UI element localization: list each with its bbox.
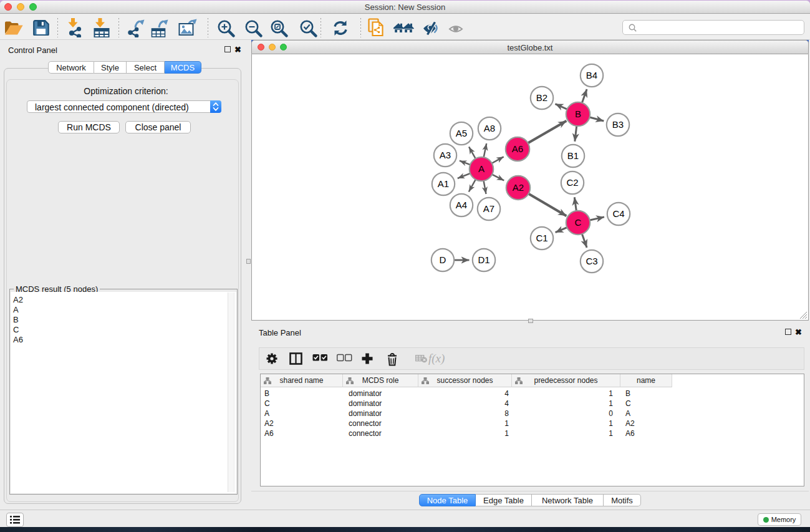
svg-text:A: A [478,163,485,174]
svg-text:B2: B2 [536,92,547,103]
svg-text:B1: B1 [567,150,579,161]
svg-text:C1: C1 [536,233,547,243]
svg-text:A3: A3 [440,150,451,160]
svg-text:B: B [575,109,581,119]
svg-text:A5: A5 [456,128,467,138]
svg-text:D1: D1 [478,254,489,265]
svg-text:C3: C3 [586,256,597,266]
svg-text:C: C [575,217,582,228]
svg-text:A1: A1 [438,178,449,189]
svg-text:A8: A8 [484,123,495,133]
svg-text:A4: A4 [456,200,467,210]
svg-text:A7: A7 [483,203,494,214]
svg-text:C4: C4 [612,208,624,219]
svg-text:A6: A6 [512,143,523,154]
svg-text:D: D [440,254,446,265]
svg-text:A2: A2 [513,182,524,193]
svg-text:B4: B4 [586,70,597,80]
svg-text:C2: C2 [566,177,578,188]
svg-text:B3: B3 [612,119,624,130]
